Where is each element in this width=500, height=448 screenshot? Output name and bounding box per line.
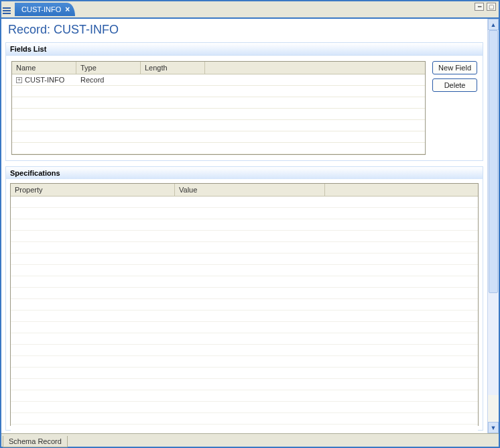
- table-row: [11, 242, 478, 254]
- table-row[interactable]: +CUST-INFORecord: [12, 74, 425, 86]
- fields-grid-body: +CUST-INFORecord: [12, 74, 425, 154]
- table-row: [11, 288, 478, 299]
- table-row: [11, 208, 478, 219]
- cell-extra: [205, 74, 425, 85]
- table-row: [11, 299, 478, 311]
- table-row: [11, 231, 478, 242]
- scroll-track[interactable]: [488, 30, 499, 395]
- specs-grid[interactable]: Property Value: [10, 183, 479, 426]
- close-icon[interactable]: ×: [65, 5, 70, 14]
- table-row: [11, 345, 478, 356]
- table-row: [11, 333, 478, 345]
- page-title: Record: CUST-INFO: [1, 19, 487, 40]
- cell-length: [141, 74, 205, 85]
- minimize-button[interactable]: ━: [475, 3, 484, 11]
- specifications-header: Specifications: [5, 166, 483, 179]
- table-row: [11, 425, 478, 433]
- table-row: [11, 254, 478, 265]
- scroll-thumb[interactable]: [489, 30, 498, 293]
- tab-title: CUST-INFO: [21, 5, 61, 13]
- table-row: [11, 265, 478, 276]
- table-row: [12, 131, 425, 143]
- delete-button[interactable]: Delete: [432, 78, 477, 92]
- hamburger-menu-icon[interactable]: [3, 5, 13, 16]
- scroll-down-icon[interactable]: ▼: [488, 422, 499, 433]
- cell-name: +CUST-INFO: [12, 74, 76, 85]
- fields-list-section: Fields List Name Type Length +CUST-INFOR…: [5, 42, 483, 161]
- col-property[interactable]: Property: [11, 184, 175, 196]
- fields-buttons: New Field Delete: [432, 61, 477, 155]
- vertical-scrollbar[interactable]: ▲ ▼: [487, 19, 499, 433]
- window-controls: ━ ▢: [475, 3, 496, 11]
- tab-schema-record[interactable]: Schema Record: [3, 436, 68, 447]
- fields-grid[interactable]: Name Type Length +CUST-INFORecord: [11, 61, 426, 155]
- expand-icon[interactable]: +: [16, 77, 22, 83]
- col-spec-extra[interactable]: [325, 184, 478, 196]
- table-row: [11, 219, 478, 231]
- content-inner: Record: CUST-INFO Fields List Name Type …: [1, 19, 487, 433]
- fields-list-header: Fields List: [5, 42, 483, 55]
- content-area: Record: CUST-INFO Fields List Name Type …: [1, 17, 499, 433]
- table-row: [12, 109, 425, 120]
- table-row: [12, 143, 425, 154]
- col-name[interactable]: Name: [12, 62, 76, 74]
- new-field-button[interactable]: New Field: [432, 61, 477, 74]
- app-window: CUST-INFO × ━ ▢ Record: CUST-INFO Fields…: [0, 0, 500, 448]
- editor-tab-cust-info[interactable]: CUST-INFO ×: [15, 3, 75, 16]
- table-row: [11, 402, 478, 413]
- cell-type: Record: [76, 74, 141, 85]
- table-row: [12, 86, 425, 97]
- table-row: [11, 390, 478, 402]
- maximize-button[interactable]: ▢: [487, 3, 496, 11]
- col-extra[interactable]: [205, 62, 425, 74]
- scroll-up-icon[interactable]: ▲: [488, 19, 499, 30]
- specifications-section: Specifications Property Value: [5, 166, 483, 431]
- specs-grid-body: [11, 197, 478, 433]
- table-row: [11, 379, 478, 390]
- table-row: [11, 197, 478, 208]
- table-row: [12, 120, 425, 131]
- table-row: [11, 368, 478, 379]
- table-row: [11, 311, 478, 322]
- scroll-gap: [488, 395, 499, 422]
- col-length[interactable]: Length: [141, 62, 205, 74]
- table-row: [11, 356, 478, 368]
- table-row: [11, 413, 478, 425]
- specs-grid-header: Property Value: [11, 184, 478, 197]
- bottom-tabstrip: Schema Record: [1, 433, 499, 447]
- col-value[interactable]: Value: [175, 184, 325, 196]
- fields-grid-header: Name Type Length: [12, 62, 425, 74]
- top-tabstrip: CUST-INFO × ━ ▢: [1, 1, 499, 16]
- table-row: [12, 97, 425, 109]
- table-row: [11, 322, 478, 333]
- col-type[interactable]: Type: [76, 62, 141, 74]
- table-row: [11, 276, 478, 288]
